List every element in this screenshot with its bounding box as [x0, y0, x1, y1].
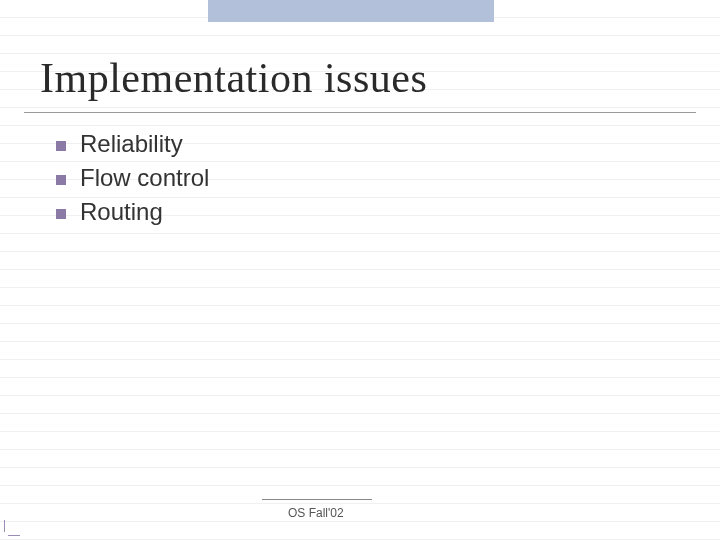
bullet-text: Routing	[80, 198, 163, 226]
top-accent-bar	[208, 0, 494, 22]
slide-title: Implementation issues	[40, 54, 427, 102]
bullet-list: Reliability Flow control Routing	[56, 130, 209, 232]
bullet-text: Reliability	[80, 130, 183, 158]
bullet-text: Flow control	[80, 164, 209, 192]
list-item: Flow control	[56, 164, 209, 192]
list-item: Routing	[56, 198, 209, 226]
corner-mark-icon	[0, 510, 30, 540]
bullet-square-icon	[56, 175, 66, 185]
footer-rule	[262, 499, 372, 500]
title-underline	[24, 112, 696, 113]
bullet-square-icon	[56, 141, 66, 151]
bullet-square-icon	[56, 209, 66, 219]
slide: Implementation issues Reliability Flow c…	[0, 0, 720, 540]
footer-text: OS Fall'02	[288, 506, 344, 520]
list-item: Reliability	[56, 130, 209, 158]
